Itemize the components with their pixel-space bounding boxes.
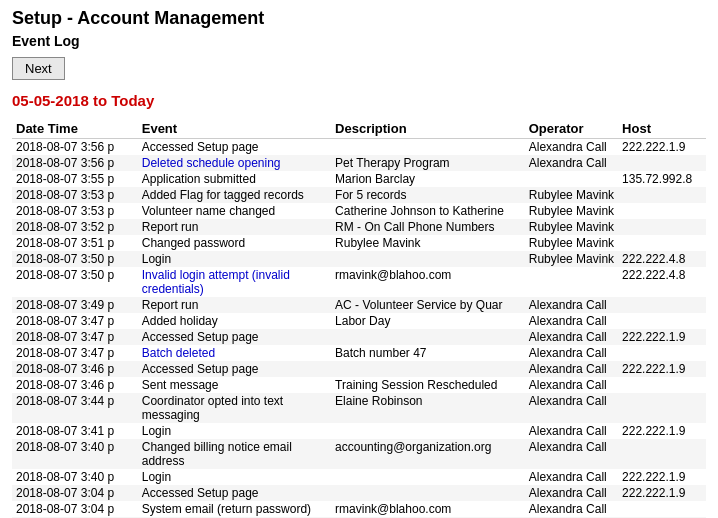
cell-operator: Alexandra Call: [525, 485, 618, 501]
cell-datetime: 2018-08-07 3:04 p: [12, 501, 138, 517]
cell-host: 222.222.1.9: [618, 139, 706, 156]
table-header-row: Date Time Event Description Operator Hos…: [12, 119, 706, 139]
table-row: 2018-08-07 3:52 pReport runRM - On Call …: [12, 219, 706, 235]
cell-datetime: 2018-08-07 3:53 p: [12, 187, 138, 203]
table-row: 2018-08-07 3:47 pAccessed Setup pageAlex…: [12, 329, 706, 345]
cell-datetime: 2018-08-07 3:53 p: [12, 203, 138, 219]
table-row: 2018-08-07 3:44 pCoordinator opted into …: [12, 393, 706, 423]
cell-event[interactable]: Invalid login attempt (invalid credentia…: [138, 267, 331, 297]
cell-datetime: 2018-08-07 3:50 p: [12, 251, 138, 267]
cell-host: [618, 345, 706, 361]
cell-host: [618, 155, 706, 171]
table-row: 2018-08-07 3:50 pInvalid login attempt (…: [12, 267, 706, 297]
cell-datetime: 2018-08-07 3:56 p: [12, 139, 138, 156]
cell-datetime: 2018-08-07 3:47 p: [12, 313, 138, 329]
cell-event: Login: [138, 469, 331, 485]
cell-datetime: 2018-08-07 3:49 p: [12, 297, 138, 313]
cell-datetime: 2018-08-07 3:52 p: [12, 219, 138, 235]
event-log-body: 2018-08-07 3:56 pAccessed Setup pageAlex…: [12, 139, 706, 519]
table-row: 2018-08-07 3:49 pReport runAC - Voluntee…: [12, 297, 706, 313]
cell-host: [618, 297, 706, 313]
cell-event: Volunteer name changed: [138, 203, 331, 219]
cell-operator: Rubylee Mavink: [525, 235, 618, 251]
cell-operator: Rubylee Mavink: [525, 251, 618, 267]
cell-desc: [331, 329, 525, 345]
cell-event: Login: [138, 423, 331, 439]
cell-event: Report run: [138, 297, 331, 313]
cell-event: Accessed Setup page: [138, 361, 331, 377]
cell-desc: AC - Volunteer Service by Quar: [331, 297, 525, 313]
cell-host: [618, 439, 706, 469]
cell-desc: Training Session Rescheduled: [331, 377, 525, 393]
cell-desc: Batch number 47: [331, 345, 525, 361]
section-title: Event Log: [12, 33, 706, 49]
cell-event[interactable]: Batch deleted: [138, 345, 331, 361]
table-row: 2018-08-07 3:53 pAdded Flag for tagged r…: [12, 187, 706, 203]
col-header-event: Event: [138, 119, 331, 139]
cell-host: [618, 377, 706, 393]
cell-event[interactable]: Deleted schedule opening: [138, 155, 331, 171]
cell-operator: Alexandra Call: [525, 361, 618, 377]
event-log-table: Date Time Event Description Operator Hos…: [12, 119, 706, 518]
cell-datetime: 2018-08-07 3:56 p: [12, 155, 138, 171]
table-row: 2018-08-07 3:51 pChanged passwordRubylee…: [12, 235, 706, 251]
cell-desc: [331, 423, 525, 439]
cell-event: Accessed Setup page: [138, 485, 331, 501]
cell-event: System email (return password): [138, 501, 331, 517]
cell-desc: Catherine Johnson to Katherine: [331, 203, 525, 219]
col-header-datetime: Date Time: [12, 119, 138, 139]
cell-host: 222.222.4.8: [618, 251, 706, 267]
cell-desc: Rubylee Mavink: [331, 235, 525, 251]
cell-desc: [331, 485, 525, 501]
table-row: 2018-08-07 3:50 pLoginRubylee Mavink222.…: [12, 251, 706, 267]
cell-desc: accounting@organization.org: [331, 439, 525, 469]
cell-operator: Alexandra Call: [525, 313, 618, 329]
cell-desc: For 5 records: [331, 187, 525, 203]
cell-host: 222.222.4.8: [618, 267, 706, 297]
cell-datetime: 2018-08-07 3:47 p: [12, 345, 138, 361]
cell-operator: Rubylee Mavink: [525, 187, 618, 203]
table-row: 2018-08-07 3:56 pAccessed Setup pageAlex…: [12, 139, 706, 156]
cell-datetime: 2018-08-07 3:46 p: [12, 377, 138, 393]
col-header-host: Host: [618, 119, 706, 139]
table-row: 2018-08-07 3:46 pSent messageTraining Se…: [12, 377, 706, 393]
cell-event: Login: [138, 251, 331, 267]
cell-desc: Labor Day: [331, 313, 525, 329]
table-row: 2018-08-07 3:46 pAccessed Setup pageAlex…: [12, 361, 706, 377]
table-row: 2018-08-07 3:41 pLoginAlexandra Call222.…: [12, 423, 706, 439]
cell-host: 222.222.1.9: [618, 361, 706, 377]
cell-host: 135.72.992.8: [618, 171, 706, 187]
cell-desc: Marion Barclay: [331, 171, 525, 187]
cell-event: Added Flag for tagged records: [138, 187, 331, 203]
cell-event: Sent message: [138, 377, 331, 393]
cell-operator: Alexandra Call: [525, 155, 618, 171]
cell-operator: Alexandra Call: [525, 377, 618, 393]
next-button[interactable]: Next: [12, 57, 65, 80]
cell-datetime: 2018-08-07 3:50 p: [12, 267, 138, 297]
cell-operator: Alexandra Call: [525, 393, 618, 423]
cell-datetime: 2018-08-07 3:40 p: [12, 469, 138, 485]
cell-desc: Elaine Robinson: [331, 393, 525, 423]
table-row: 2018-08-07 3:47 pBatch deletedBatch numb…: [12, 345, 706, 361]
cell-desc: [331, 469, 525, 485]
cell-datetime: 2018-08-07 3:46 p: [12, 361, 138, 377]
cell-desc: Pet Therapy Program: [331, 155, 525, 171]
cell-event: Added holiday: [138, 313, 331, 329]
cell-desc: rmavink@blahoo.com: [331, 267, 525, 297]
cell-event: Report run: [138, 219, 331, 235]
col-header-operator: Operator: [525, 119, 618, 139]
cell-datetime: 2018-08-07 3:51 p: [12, 235, 138, 251]
cell-host: [618, 501, 706, 517]
cell-desc: rmavink@blahoo.com: [331, 501, 525, 517]
cell-operator: Alexandra Call: [525, 139, 618, 156]
cell-host: [618, 203, 706, 219]
cell-datetime: 2018-08-07 3:55 p: [12, 171, 138, 187]
cell-datetime: 2018-08-07 3:04 p: [12, 485, 138, 501]
cell-desc: [331, 139, 525, 156]
cell-host: [618, 393, 706, 423]
table-row: 2018-08-07 3:40 pChanged billing notice …: [12, 439, 706, 469]
cell-desc: [331, 361, 525, 377]
cell-operator: Alexandra Call: [525, 329, 618, 345]
cell-event: Accessed Setup page: [138, 329, 331, 345]
table-row: 2018-08-07 3:53 pVolunteer name changedC…: [12, 203, 706, 219]
